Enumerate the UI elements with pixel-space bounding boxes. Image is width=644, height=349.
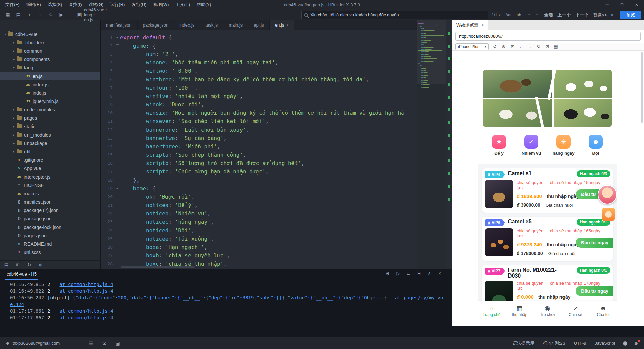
forward-icon[interactable]: ›: [37, 12, 43, 17]
chevron-down-icon[interactable]: ∨: [499, 13, 501, 17]
menu-item[interactable]: 选择(S): [44, 0, 65, 9]
chevron-icon[interactable]: ▸: [11, 141, 16, 145]
tree-item-lang[interactable]: ▾lang: [0, 63, 100, 72]
breadcrumb-item[interactable]: cdb46-vue: [84, 7, 104, 12]
chevron-icon[interactable]: ▸: [11, 49, 16, 53]
new-window-icon[interactable]: ▦: [5, 12, 11, 17]
tree-item-pages[interactable]: ▸pages: [0, 114, 100, 122]
statusbar-item[interactable]: 行:47 列:23: [543, 340, 565, 346]
nav-item[interactable]: ⌂ Trang chủ: [478, 301, 505, 321]
tree-item-static[interactable]: ▸static: [0, 122, 100, 131]
nav-forward-icon[interactable]: →: [528, 44, 532, 49]
menu-shortcut[interactable]: ✓ Nhiệm vụ: [515, 135, 547, 156]
preview-tab-close-icon[interactable]: ×: [482, 23, 484, 28]
maximize-icon[interactable]: □: [614, 0, 629, 9]
tree-item-pages.json[interactable]: {}pages.json: [0, 231, 100, 240]
chevron-icon[interactable]: ▾: [3, 32, 8, 36]
notification-bell-icon[interactable]: [623, 341, 627, 345]
menu-shortcut[interactable]: ☀ hàng ngày: [547, 135, 580, 156]
menu-shortcut[interactable]: ☻ Đội: [580, 135, 612, 156]
code-line[interactable]: 17 scriptc: 'Chúc mừng bạn đã nhận được'…: [101, 167, 452, 176]
tree-item-uni_modules[interactable]: ▸uni_modules: [0, 131, 100, 139]
menu-item[interactable]: 文件(F): [2, 0, 23, 9]
code-line[interactable]: 27 boxb: 'chia sẻ quyền lực',: [101, 251, 452, 260]
files-icon[interactable]: ▤: [3, 262, 9, 267]
code-line[interactable]: 12 bannerone: 'Luật chơi bàn xoay',: [101, 126, 452, 134]
nav-item[interactable]: ▦ thu nhập: [505, 301, 533, 321]
preview-tab[interactable]: Web浏览器 ×: [452, 20, 488, 30]
chevron-icon[interactable]: ▸: [11, 108, 16, 111]
code-line[interactable]: 14 banerthree: 'Miễn phí',: [101, 142, 452, 151]
code-line[interactable]: 18 },: [101, 176, 452, 184]
search-option-toggle[interactable]: .*: [526, 12, 531, 18]
minimize-icon[interactable]: ─: [600, 0, 614, 9]
minimap[interactable]: [417, 20, 446, 269]
log-link[interactable]: at common/http.js:4: [60, 315, 113, 320]
log-link[interactable]: at common/http.js:4: [60, 288, 113, 294]
rotate-icon[interactable]: ↺: [493, 44, 497, 49]
menu-item[interactable]: 工具(T): [172, 0, 193, 9]
nav-back-icon[interactable]: ←: [519, 44, 524, 49]
code-line[interactable]: 15 scripta: 'Sao chép thành công',: [101, 151, 452, 159]
nav-item[interactable]: ☻ Của tôi: [589, 301, 617, 321]
tree-item-.hbuilderx[interactable]: ▸.hbuilderx: [0, 38, 100, 47]
code-line[interactable]: 6 winthree: 'Mời bạn bè đăng ký để có th…: [101, 75, 452, 84]
board-icon[interactable]: ▣: [115, 341, 121, 346]
mail-icon[interactable]: ✉: [101, 341, 107, 346]
find-action-button[interactable]: 全选: [544, 12, 553, 18]
tree-item-index.js[interactable]: JSindex.js: [0, 80, 100, 89]
editor-tab[interactable]: api.js×: [248, 20, 269, 30]
chevron-icon[interactable]: ▸: [11, 150, 16, 153]
editor-tab[interactable]: en.js×: [270, 20, 294, 30]
search-option-toggle[interactable]: ab: [515, 12, 522, 18]
search-option-toggle[interactable]: Aa: [504, 12, 512, 18]
code-line[interactable]: 25 noticee: 'Tải xuống',: [101, 235, 452, 243]
chevron-icon[interactable]: ▾: [11, 66, 16, 69]
log-link[interactable]: {"data":{"code":200,"data":{"banner":{"_…: [73, 295, 387, 300]
customer-service-icon[interactable]: [602, 208, 615, 221]
tree-item-node_modules[interactable]: ▸node_modules: [0, 105, 100, 114]
tab-close-icon[interactable]: ×: [286, 20, 289, 30]
tree-item-uni.scss[interactable]: Suni.scss: [0, 248, 100, 256]
code-line[interactable]: 19− home: {: [101, 184, 452, 193]
find-close-icon[interactable]: ×: [611, 12, 614, 18]
close-icon[interactable]: ×: [629, 0, 644, 9]
customer-service-avatar[interactable]: [598, 185, 617, 204]
invest-button[interactable]: Đầu tư ngay: [576, 286, 613, 296]
nav-item[interactable]: ◉ Trò chơi: [533, 301, 561, 321]
find-action-button[interactable]: 上一个: [557, 12, 571, 18]
find-action-button[interactable]: 下一个: [575, 12, 588, 18]
code-line[interactable]: 20 ok: 'Được rồi',: [101, 193, 452, 201]
tree-item-README.md[interactable]: MREADME.md: [0, 240, 100, 248]
code-line[interactable]: 7 winfour: '100 ',: [101, 84, 452, 92]
code-line[interactable]: 26 boxa: 'Hạn ngạch ',: [101, 243, 452, 251]
menu-item[interactable]: 运行(R): [107, 0, 128, 9]
preview-scrollbar[interactable]: [641, 52, 643, 123]
code-line[interactable]: 11 winseven: 'Sao chép liên kết lời mời'…: [101, 117, 452, 126]
lock-icon[interactable]: ⊠: [545, 44, 550, 49]
screenshot-icon[interactable]: ⊡: [510, 44, 515, 49]
save-icon[interactable]: ▤: [15, 12, 21, 17]
block-icon[interactable]: ▭: [406, 271, 412, 276]
horizontal-scrollbar[interactable]: [121, 266, 195, 268]
find-action-button[interactable]: 替换<<: [593, 12, 607, 18]
star-icon[interactable]: ☆: [48, 12, 54, 17]
refresh-icon[interactable]: ↻: [536, 44, 541, 49]
tree-item-indo.js[interactable]: JSindo.js: [0, 89, 100, 97]
menu-item[interactable]: 编辑(E): [23, 0, 44, 9]
breadcrumb-item[interactable]: lang: [84, 12, 92, 17]
product-card[interactable]: ♛VIP4 Camel ×1 Hạn ngạch 0/3 chia sẻ quy…: [482, 168, 613, 213]
code-line[interactable]: 9 winok: 'Được rồi',: [101, 100, 452, 109]
editor-tab[interactable]: index.js×: [174, 20, 200, 30]
tree-item-unpackage[interactable]: ▸unpackage: [0, 139, 100, 147]
run-icon[interactable]: ▶: [58, 12, 64, 17]
close-icon[interactable]: ×: [437, 271, 443, 276]
chevron-icon[interactable]: ▸: [11, 41, 16, 44]
browser-icon[interactable]: ⊕: [38, 262, 44, 267]
refresh-icon[interactable]: ↻: [26, 262, 32, 267]
log-link[interactable]: at common/http.js:4: [60, 282, 113, 287]
chevron-icon[interactable]: ▸: [11, 116, 16, 120]
invest-button[interactable]: Đầu tư ngay: [576, 238, 613, 248]
editor-tab[interactable]: task.js×: [200, 20, 223, 30]
chevron-icon[interactable]: ▸: [11, 124, 16, 128]
